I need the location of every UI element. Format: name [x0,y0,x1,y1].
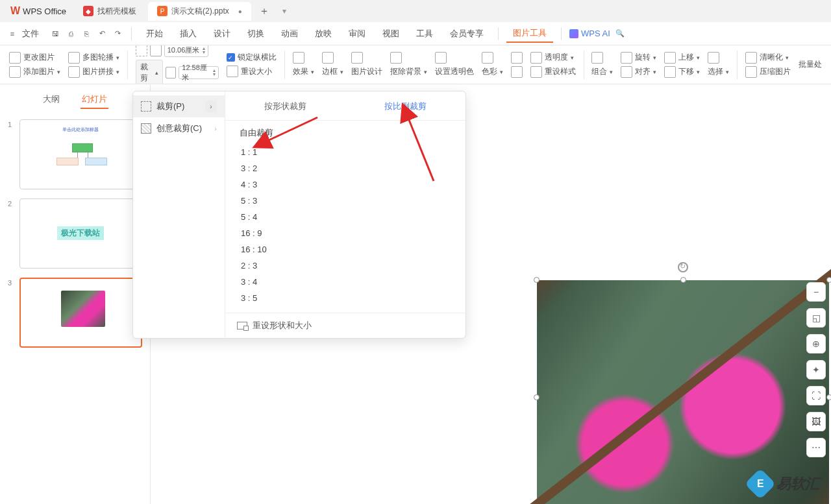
hamburger-icon[interactable]: ≡ [6,28,18,40]
reset-style-button[interactable]: 重设样式 [530,66,576,78]
reset-shape-size-button[interactable]: 重设形状和大小 [225,313,465,338]
ratio-option[interactable]: 5 : 4 [240,209,451,225]
magic-tool-button[interactable]: ✦ [806,360,826,379]
set-transparent-button[interactable]: 设置透明色 [435,66,474,77]
redo-icon[interactable]: ↷ [112,28,123,40]
resize-handle[interactable] [826,277,831,283]
resize-handle[interactable] [680,277,686,283]
picture-stitch-button[interactable]: 图片拼接▾ [68,66,119,78]
unsaved-dot-icon: ● [238,8,242,15]
compress-button[interactable]: 压缩图片 [745,66,791,78]
rotate-button[interactable]: 旋转▾ [621,52,656,64]
fullscreen-button[interactable]: ⛶ [806,386,826,405]
border-icon [322,52,334,64]
crop-icon [136,45,147,56]
preview-icon[interactable]: ⎘ [81,28,92,40]
menu-member[interactable]: 会员专享 [443,25,490,42]
export-image-button[interactable]: 🖼 [806,412,826,431]
menu-start[interactable]: 开始 [140,25,169,42]
wps-ai-button[interactable]: WPS AI [569,29,610,38]
menu-animation[interactable]: 动画 [275,25,304,42]
transparency-button[interactable]: 透明度▾ [530,52,576,64]
slide-number: 3 [8,278,14,348]
tab-templates[interactable]: ◆ 找稻壳模板 [74,2,145,21]
save-icon[interactable]: 🖫 [49,28,61,40]
crop-button[interactable]: 裁剪▴ [136,60,163,85]
slide-thumbnail-1[interactable]: 单击此处添加标题 [19,119,142,189]
menu-review[interactable]: 审阅 [342,25,372,42]
menu-view[interactable]: 视图 [376,25,406,42]
reset-size-icon [227,66,238,77]
align-button[interactable]: 对齐▾ [621,66,656,78]
effects-button[interactable]: 效果▾ [293,66,314,77]
height-icon [166,67,176,78]
clarity-button[interactable]: 清晰化▾ [745,52,791,64]
print-icon[interactable]: ⎙ [65,28,77,40]
crop-menu-item[interactable]: 裁剪(P) › [133,95,225,117]
search-icon[interactable]: 🔍 [614,28,626,40]
menu-insert[interactable]: 插入 [173,25,203,42]
adjust-2-button[interactable] [511,66,523,78]
ratio-option[interactable]: 16 : 9 [240,225,451,241]
change-picture-button[interactable]: 更改图片 [9,52,60,64]
ratio-option[interactable]: 3 : 4 [240,274,451,290]
creative-crop-menu-item[interactable]: 创意裁剪(C) › [133,117,225,139]
crop-by-ratio-tab[interactable]: 按比例裁剪 [345,98,465,115]
width-input[interactable]: 10.06厘米▴▾ [164,45,208,57]
zoom-out-button[interactable]: − [806,282,826,302]
group-button[interactable]: 组合▾ [591,66,613,77]
crop-by-shape-tab[interactable]: 按形状裁剪 [225,98,345,115]
more-button[interactable]: ⋯ [806,438,826,457]
resize-handle[interactable] [534,394,540,400]
file-menu[interactable]: 文件 [22,28,39,40]
move-down-button[interactable]: 下移▾ [664,66,700,78]
tab-document[interactable]: P 演示文稿(2).pptx ● [148,2,251,21]
multi-carousel-button[interactable]: 多图轮播▾ [68,52,119,64]
crop-tool-button[interactable]: ◱ [806,308,826,328]
height-input[interactable]: 12.58厘米▴▾ [179,66,218,79]
carousel-icon [68,52,80,64]
border-button[interactable]: 边框▾ [322,66,343,77]
resize-handle[interactable] [534,277,540,283]
select-button[interactable]: 选择▾ [708,66,729,77]
menu-slideshow[interactable]: 放映 [308,25,338,42]
add-tab-button[interactable]: ＋ [253,5,276,18]
menu-tools[interactable]: 工具 [410,25,440,42]
add-picture-button[interactable]: 添加图片▾ [9,66,60,78]
tab-menu-button[interactable]: ▾ [276,6,293,16]
ratio-option[interactable]: 3 : 5 [240,290,451,306]
pic-design-button[interactable]: 图片设计 [351,66,382,77]
resize-handle[interactable] [826,394,831,400]
crop-dropdown: 裁剪(P) › 创意裁剪(C) › 按形状裁剪 按比例裁剪 自由裁剪 1 : 1… [132,91,466,339]
flower-image [537,280,829,504]
clarity-icon [745,52,757,64]
rotate-handle[interactable] [678,262,688,272]
undo-icon[interactable]: ↶ [96,28,108,40]
zoom-in-button[interactable]: ⊕ [806,334,826,354]
remove-bg-button[interactable]: 抠除背景▾ [390,66,427,77]
slides-tab[interactable]: 幻灯片 [81,91,108,109]
ratio-option[interactable]: 5 : 3 [240,193,451,209]
slide-thumbnail-3[interactable] [19,278,142,348]
outline-tab[interactable]: 大纲 [42,91,61,109]
batch-button[interactable]: 批量处 [799,59,822,70]
ratio-option[interactable]: 4 : 3 [240,176,451,193]
recolor-button[interactable]: 色彩▾ [482,66,503,77]
effects-icon [293,52,304,64]
adjust-1-button[interactable] [511,52,523,64]
menu-design[interactable]: 设计 [207,25,237,42]
reset-size-button[interactable]: 重设大小 [227,66,277,77]
lock-ratio-checkbox[interactable]: ✓锁定纵横比 [227,52,277,63]
move-up-button[interactable]: 上移▾ [664,52,700,64]
menu-transition[interactable]: 切换 [241,25,271,42]
ratio-option[interactable]: 2 : 3 [240,258,451,274]
ratio-option[interactable]: 16 : 10 [240,241,451,258]
ratio-option[interactable]: 3 : 2 [240,160,451,176]
selected-image[interactable] [537,280,829,504]
group-top-button[interactable] [591,52,613,64]
slide-thumbnail-2[interactable]: 极光下载站 [19,198,142,269]
group-icon [591,52,603,64]
ratio-option[interactable]: 1 : 1 [240,144,451,160]
menu-picture-tools[interactable]: 图片工具 [506,25,553,43]
reset-shape-icon [237,322,247,330]
